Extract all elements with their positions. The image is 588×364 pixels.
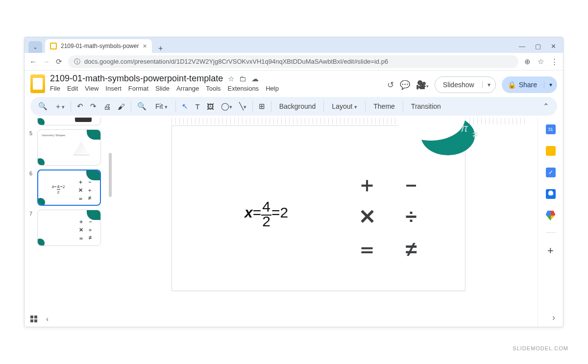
history-icon[interactable]: ↺ <box>387 80 394 90</box>
menu-extensions[interactable]: Extensions <box>228 85 259 92</box>
maps-icon[interactable] <box>546 211 556 220</box>
plus-symbol[interactable]: ＋ <box>352 170 382 199</box>
slides-favicon <box>50 43 57 49</box>
site-info-icon[interactable]: ⓘ <box>74 57 80 66</box>
browser-window: ⌄ 2109-01-math-symbols-power × + — ▢ ✕ ←… <box>24 37 564 327</box>
move-icon[interactable]: 🗀 <box>239 74 246 83</box>
comments-icon[interactable]: 💬 <box>400 80 410 90</box>
minus-symbol[interactable]: － <box>396 170 426 199</box>
browser-menu-icon[interactable]: ⋮ <box>551 57 558 66</box>
select-tool-icon[interactable]: ↖ <box>181 102 189 111</box>
workspace: 5 Geometry Shapes 6 x=4=22 ＋－✕÷＝≠ <box>24 118 563 327</box>
times-symbol[interactable]: ✕ <box>352 202 382 232</box>
grid-view-icon[interactable] <box>30 315 37 322</box>
zoom-tool-icon[interactable]: 🔍 <box>136 102 147 111</box>
transition-button[interactable]: Transition <box>408 102 444 110</box>
slideshow-dropdown-icon[interactable]: ▾ <box>482 81 495 88</box>
prev-slide-icon[interactable]: ‹ <box>46 315 49 323</box>
document-title[interactable]: 2109-01-math-symbols-powerpoint-template <box>50 73 223 84</box>
star-icon[interactable]: ☆ <box>228 74 234 83</box>
nav-forward-icon[interactable]: → <box>43 57 50 66</box>
slide-thumbnail-4[interactable] <box>37 118 101 125</box>
share-button[interactable]: 🔒Share ▾ <box>502 76 557 93</box>
thumb-formula: x=4=22 <box>52 184 65 194</box>
menu-help[interactable]: Help <box>266 85 279 92</box>
filmstrip-controls: ‹ <box>30 315 49 323</box>
zoom-icon[interactable]: ⊕ <box>524 57 531 66</box>
slide-thumbnail-5[interactable]: Geometry Shapes <box>37 129 101 166</box>
url-text: docs.google.com/presentation/d/1D12V2W2Y… <box>84 58 388 65</box>
addons-plus-icon[interactable]: + <box>547 244 554 257</box>
toolbar-collapse-icon[interactable]: ⌃ <box>542 102 550 111</box>
divide-symbol[interactable]: ÷ <box>396 202 426 232</box>
equation-text[interactable]: x=42=2 <box>245 199 288 229</box>
tab-title: 2109-01-math-symbols-power <box>61 43 139 49</box>
zoom-level[interactable]: Fit ▾ <box>152 102 171 110</box>
nav-back-icon[interactable]: ← <box>29 57 37 66</box>
thumb-operators: ＋－✕÷＝≠ <box>77 218 94 242</box>
app-header: 2109-01-math-symbols-powerpoint-template… <box>24 71 563 93</box>
watermark: SLIDEMODEL.COM <box>513 345 568 351</box>
menu-insert[interactable]: Insert <box>105 85 122 92</box>
comment-add-icon[interactable]: ⊞ <box>258 102 266 111</box>
nav-reload-icon[interactable]: ⟳ <box>56 57 62 66</box>
slide-corner-decoration: π ≠ <box>396 118 480 150</box>
filmstrip-scrollbar[interactable] <box>109 153 112 197</box>
textbox-icon[interactable]: T <box>194 102 200 111</box>
tab-close-icon[interactable]: × <box>143 42 147 50</box>
thumb-number: 6 <box>29 170 34 176</box>
lock-icon: 🔒 <box>508 81 516 89</box>
bookmark-icon[interactable]: ☆ <box>538 57 544 66</box>
menu-format[interactable]: Format <box>128 85 148 92</box>
window-maximize-icon[interactable]: ▢ <box>535 43 541 50</box>
filmstrip[interactable]: 5 Geometry Shapes 6 x=4=22 ＋－✕÷＝≠ <box>24 118 113 327</box>
cloud-status-icon[interactable]: ☁ <box>251 74 259 83</box>
window-minimize-icon[interactable]: — <box>519 43 525 50</box>
slide-thumbnail-7[interactable]: ＋－✕÷＝≠ <box>37 210 101 246</box>
print-icon[interactable]: 🖨 <box>102 102 112 111</box>
theme-button[interactable]: Theme <box>370 102 398 110</box>
thumb-number: 5 <box>29 129 34 136</box>
search-icon[interactable]: 🔍 <box>37 102 49 111</box>
keep-icon[interactable] <box>546 146 556 156</box>
slide-thumbnail-6-selected[interactable]: x=4=22 ＋－✕÷＝≠ <box>37 170 101 206</box>
share-dropdown-icon[interactable]: ▾ <box>544 81 557 88</box>
contacts-icon[interactable] <box>546 189 556 199</box>
slideshow-button[interactable]: Slideshow ▾ <box>435 76 496 93</box>
sidepanel-collapse-icon[interactable]: › <box>552 313 555 323</box>
browser-tabbar: ⌄ 2109-01-math-symbols-power × + — ▢ ✕ <box>24 37 563 53</box>
calendar-icon[interactable] <box>546 124 556 134</box>
meet-icon[interactable]: 🎥▾ <box>416 80 429 90</box>
shape-icon[interactable]: ◯▾ <box>220 102 233 111</box>
browser-tab[interactable]: 2109-01-math-symbols-power × <box>45 39 152 53</box>
image-icon[interactable]: 🖼 <box>206 102 215 111</box>
layout-button[interactable]: Layout ▾ <box>329 102 360 110</box>
current-slide[interactable]: π ≠ x=42=2 ＋ － ✕ ÷ ＝ ≠ <box>172 125 466 291</box>
window-close-icon[interactable]: ✕ <box>551 43 556 50</box>
new-slide-icon[interactable]: ＋▾ <box>53 102 66 111</box>
slide-canvas-area[interactable]: π ≠ x=42=2 ＋ － ✕ ÷ ＝ ≠ <box>113 118 538 327</box>
tasks-icon[interactable] <box>546 168 556 177</box>
menu-slide[interactable]: Slide <box>155 85 170 92</box>
menu-arrange[interactable]: Arrange <box>176 85 199 92</box>
tab-search-icon[interactable]: ⌄ <box>28 41 42 53</box>
notequal-symbol[interactable]: ≠ <box>396 235 426 264</box>
menu-tools[interactable]: Tools <box>206 85 220 92</box>
toolbar: 🔍 ＋▾ ↶ ↷ 🖨 🖌 🔍 Fit ▾ ↖ T 🖼 ◯▾ ╲▾ ⊞ Backg… <box>30 97 557 116</box>
side-panel: + <box>538 118 563 327</box>
operator-grid[interactable]: ＋ － ✕ ÷ ＝ ≠ <box>352 170 426 264</box>
slides-logo-icon[interactable] <box>30 74 45 93</box>
paint-format-icon[interactable]: 🖌 <box>117 102 126 111</box>
url-box[interactable]: ⓘ docs.google.com/presentation/d/1D12V2W… <box>68 55 518 68</box>
equals-symbol[interactable]: ＝ <box>352 235 382 264</box>
background-button[interactable]: Background <box>276 102 319 110</box>
menu-file[interactable]: File <box>50 85 60 92</box>
menubar: File Edit View Insert Format Slide Arran… <box>50 85 382 92</box>
menu-edit[interactable]: Edit <box>67 85 78 92</box>
line-icon[interactable]: ╲▾ <box>238 102 247 111</box>
undo-icon[interactable]: ↶ <box>76 102 84 111</box>
redo-icon[interactable]: ↷ <box>89 102 98 111</box>
new-tab-button[interactable]: + <box>155 44 167 53</box>
menu-view[interactable]: View <box>85 85 98 92</box>
thumb-operators: ＋－✕÷＝≠ <box>77 178 93 202</box>
